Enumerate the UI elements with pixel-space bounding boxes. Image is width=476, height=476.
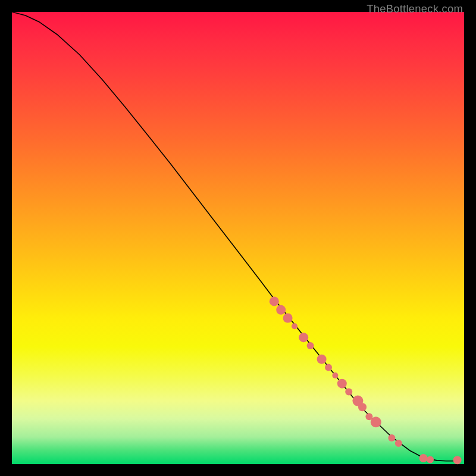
data-marker	[299, 333, 308, 342]
data-marker	[453, 456, 462, 464]
data-marker	[371, 416, 381, 427]
bottleneck-curve	[12, 12, 459, 461]
chart-overlay	[12, 12, 464, 464]
data-marker	[395, 440, 402, 447]
data-marker	[270, 296, 279, 306]
data-marker	[419, 454, 428, 462]
data-marker	[292, 323, 298, 329]
data-marker	[337, 379, 347, 389]
chart-frame: TheBottleneck.com	[0, 0, 476, 476]
data-marker	[358, 403, 367, 411]
data-marker	[276, 305, 286, 315]
data-marker	[388, 434, 395, 441]
data-marker	[427, 456, 434, 463]
data-marker	[332, 372, 338, 378]
data-marker	[307, 342, 314, 349]
data-marker	[283, 314, 293, 323]
marker-layer	[270, 296, 462, 464]
data-marker	[317, 355, 327, 364]
data-marker	[345, 388, 352, 395]
data-marker	[325, 364, 332, 371]
